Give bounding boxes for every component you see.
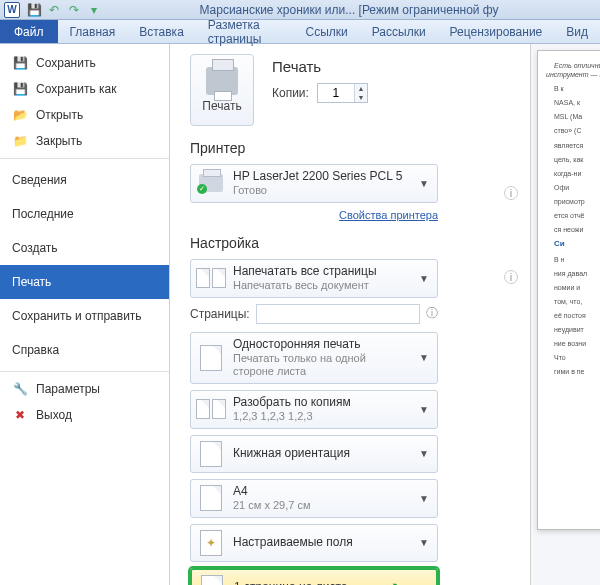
sidebar-help[interactable]: Справка	[0, 333, 169, 367]
undo-icon[interactable]: ↶	[46, 2, 62, 18]
sidebar-label: Сохранить как	[36, 82, 116, 96]
page-preview: Есть отличный научный инструмент — подоз…	[537, 50, 600, 530]
paper-sub: 21 см x 29,7 см	[233, 499, 409, 513]
ribbon-tabs: Файл Главная Вставка Разметка страницы С…	[0, 20, 600, 44]
printer-info-icon[interactable]: i	[504, 186, 518, 200]
sidebar-label: Закрыть	[36, 134, 82, 148]
settings-info-icon[interactable]: i	[504, 270, 518, 284]
copies-input[interactable]	[318, 86, 354, 100]
chevron-down-icon: ▼	[417, 537, 431, 548]
chevron-down-icon: ▼	[417, 352, 431, 363]
sidebar-label: Открыть	[36, 108, 83, 122]
tab-insert[interactable]: Вставка	[127, 20, 196, 43]
sidebar-print[interactable]: Печать	[0, 265, 169, 299]
pages-input[interactable]	[256, 304, 420, 324]
save-icon[interactable]: 💾	[26, 2, 42, 18]
print-range-sub: Напечатать весь документ	[233, 279, 409, 293]
print-preview-pane: Есть отличный научный инструмент — подоз…	[530, 44, 600, 585]
sidebar-save-as[interactable]: 💾Сохранить как	[0, 76, 169, 102]
print-button[interactable]: Печать	[190, 54, 254, 126]
a4-icon	[200, 485, 222, 511]
close-doc-icon: 📁	[12, 133, 28, 149]
settings-heading: Настройка	[190, 235, 518, 251]
tab-page-layout[interactable]: Разметка страницы	[196, 20, 294, 43]
print-heading: Печать	[272, 58, 368, 75]
copies-spinner[interactable]: ▲▼	[317, 83, 368, 103]
pages-per-sheet-title: 1 страница на листе	[234, 580, 379, 585]
margins-icon: ✦	[200, 530, 222, 556]
chevron-down-icon: ▼	[417, 178, 431, 189]
sidebar-label: Сохранить и отправить	[12, 309, 142, 323]
printer-status: Готово	[233, 184, 409, 198]
orientation-title: Книжная ориентация	[233, 446, 409, 461]
save-as-icon: 💾	[12, 81, 28, 97]
paper-size-selector[interactable]: A4 21 см x 29,7 см ▼	[190, 479, 438, 518]
copies-label: Копии:	[272, 86, 309, 100]
print-range-title: Напечатать все страницы	[233, 264, 409, 279]
sidebar-exit[interactable]: ✖Выход	[0, 402, 169, 428]
ready-check-icon: ✓	[197, 184, 207, 194]
collate-icon	[196, 399, 226, 419]
pages-help-icon[interactable]: ⓘ	[426, 305, 438, 322]
exit-icon: ✖	[12, 407, 28, 423]
redo-icon[interactable]: ↷	[66, 2, 82, 18]
single-page-icon	[201, 575, 223, 586]
tab-review[interactable]: Рецензирование	[438, 20, 555, 43]
tab-home[interactable]: Главная	[58, 20, 128, 43]
sidebar-open[interactable]: 📂Открыть	[0, 102, 169, 128]
print-button-label: Печать	[202, 99, 241, 113]
annotation-arrow-icon: ➔	[387, 578, 400, 585]
sidebar-new[interactable]: Создать	[0, 231, 169, 265]
tab-mailings[interactable]: Рассылки	[360, 20, 438, 43]
pages-per-sheet-selector[interactable]: 1 страница на листе ➔ ▼	[190, 568, 438, 586]
tab-file[interactable]: Файл	[0, 20, 58, 43]
margins-title: Настраиваемые поля	[233, 535, 409, 550]
print-range-selector[interactable]: Напечатать все страницы Напечатать весь …	[190, 259, 438, 298]
print-pane: Печать Печать Копии: ▲▼ Принтер i ✓ HP L…	[170, 44, 530, 585]
word-app-icon: W	[4, 2, 20, 18]
sides-sub: Печатать только на одной стороне листа	[233, 352, 409, 380]
orientation-selector[interactable]: Книжная ориентация ▼	[190, 435, 438, 473]
collate-selector[interactable]: Разобрать по копиям 1,2,3 1,2,3 1,2,3 ▼	[190, 390, 438, 429]
tab-references[interactable]: Ссылки	[294, 20, 360, 43]
sidebar-save-send[interactable]: Сохранить и отправить	[0, 299, 169, 333]
printer-selector[interactable]: ✓ HP LaserJet 2200 Series PCL 5 Готово ▼	[190, 164, 438, 203]
qat-customize-icon[interactable]: ▾	[86, 2, 102, 18]
chevron-down-icon: ▼	[417, 493, 431, 504]
spin-down-icon[interactable]: ▼	[355, 93, 367, 102]
printer-properties-link[interactable]: Свойства принтера	[190, 209, 438, 221]
printer-device-icon: ✓	[199, 174, 223, 192]
save-icon: 💾	[12, 55, 28, 71]
sidebar-label: Сведения	[12, 173, 67, 187]
portrait-icon	[200, 441, 222, 467]
tab-view[interactable]: Вид	[554, 20, 600, 43]
chevron-down-icon: ▼	[417, 273, 431, 284]
chevron-down-icon: ▼	[417, 448, 431, 459]
sidebar-close[interactable]: 📁Закрыть	[0, 128, 169, 154]
quick-access-toolbar: 💾 ↶ ↷ ▾	[26, 2, 102, 18]
collate-sub: 1,2,3 1,2,3 1,2,3	[233, 410, 409, 424]
printer-heading: Принтер	[190, 140, 518, 156]
sides-selector[interactable]: Односторонняя печать Печатать только на …	[190, 332, 438, 385]
sidebar-info[interactable]: Сведения	[0, 163, 169, 197]
sidebar-label: Создать	[12, 241, 58, 255]
sidebar-recent[interactable]: Последние	[0, 197, 169, 231]
printer-icon	[206, 67, 238, 95]
paper-title: A4	[233, 484, 409, 499]
sidebar-save[interactable]: 💾Сохранить	[0, 50, 169, 76]
options-icon: 🔧	[12, 381, 28, 397]
preview-text: Есть отличный научный инструмент — подоз…	[546, 61, 600, 79]
chevron-down-icon: ▼	[417, 404, 431, 415]
sidebar-label: Выход	[36, 408, 72, 422]
pages-label: Страницы:	[190, 307, 250, 321]
one-side-icon	[200, 345, 222, 371]
title-bar: W 💾 ↶ ↷ ▾ Марсианские хроники или... [Ре…	[0, 0, 600, 20]
sidebar-label: Справка	[12, 343, 59, 357]
margins-selector[interactable]: ✦ Настраиваемые поля ▼	[190, 524, 438, 562]
window-title: Марсианские хроники или... [Режим ограни…	[102, 3, 596, 17]
sidebar-label: Печать	[12, 275, 51, 289]
printer-name: HP LaserJet 2200 Series PCL 5	[233, 169, 409, 184]
sidebar-options[interactable]: 🔧Параметры	[0, 376, 169, 402]
spin-up-icon[interactable]: ▲	[355, 84, 367, 93]
pages-icon	[196, 268, 226, 288]
